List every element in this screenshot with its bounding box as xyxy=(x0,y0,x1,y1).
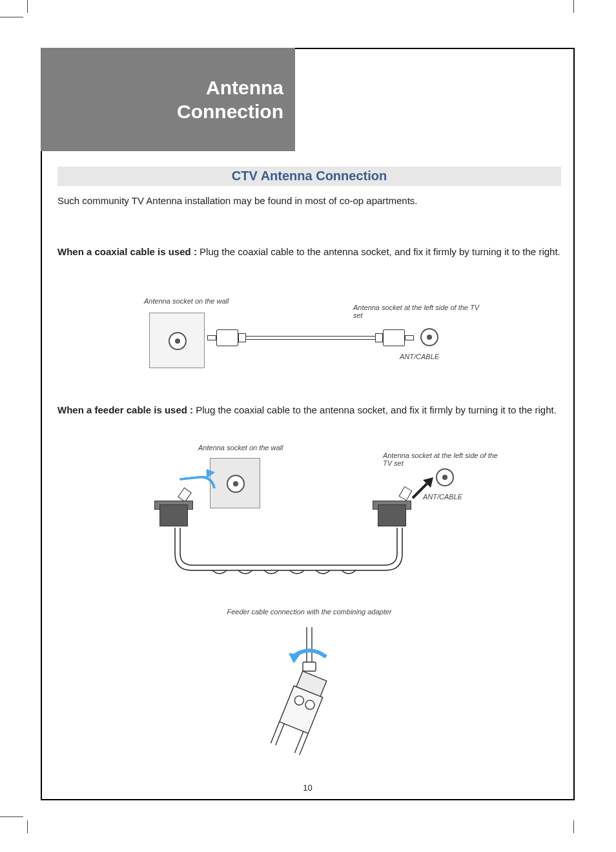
crop-mark xyxy=(573,820,574,833)
page-heading: CTV Antenna Connection xyxy=(57,167,561,186)
port-label: ANT/CABLE xyxy=(400,353,439,360)
wall-plate-icon xyxy=(210,458,260,508)
step-2-label: When a feeder cable is used : xyxy=(57,404,193,415)
feeder-cable-icon xyxy=(162,528,415,578)
svg-line-12 xyxy=(300,733,308,754)
diagram-combining-adapter xyxy=(271,627,348,756)
section-title-block: Antenna Connection xyxy=(41,48,295,151)
crop-mark xyxy=(573,0,574,13)
step-2: When a feeder cable is used : Plug the c… xyxy=(57,404,561,415)
svg-marker-13 xyxy=(289,653,300,663)
step-1: When a coaxial cable is used : Plug the … xyxy=(57,246,561,257)
tv-antenna-socket-icon xyxy=(420,328,438,346)
svg-line-11 xyxy=(294,731,303,753)
cable-tip-icon xyxy=(207,335,216,340)
diagram-feeder: Antenna socket on the wall Antenna socke… xyxy=(153,439,502,594)
cable-plug-icon xyxy=(216,329,238,346)
section-title-line2: Connection xyxy=(177,99,283,124)
tv-socket-label: Antenna socket at the left side of the T… xyxy=(383,452,502,467)
svg-rect-4 xyxy=(303,662,316,671)
wall-socket-label: Antenna socket on the wall xyxy=(198,444,283,452)
diagram3-caption: Feeder cable connection with the combini… xyxy=(57,608,561,616)
cable-tip-icon xyxy=(405,335,414,340)
svg-line-9 xyxy=(271,722,279,743)
crop-mark xyxy=(27,820,28,833)
crop-mark xyxy=(27,0,28,13)
intro-text: Such community TV Antenna installation m… xyxy=(57,194,561,207)
diagram-coaxial: Antenna socket on the wall Antenna socke… xyxy=(149,293,485,377)
content-area: CTV Antenna Connection Such community TV… xyxy=(57,167,561,756)
step-2-text: Plug the coaxial cable to the antenna so… xyxy=(193,404,557,415)
cable-plug-icon xyxy=(383,329,405,346)
tv-socket-label: Antenna socket at the left side of the T… xyxy=(353,304,485,319)
crop-mark xyxy=(0,816,23,817)
svg-line-10 xyxy=(276,723,284,745)
port-label: ANT/CABLE xyxy=(423,493,462,501)
crop-mark xyxy=(0,17,23,17)
wall-socket-label: Antenna socket on the wall xyxy=(144,297,229,305)
ferrule-icon xyxy=(375,333,383,342)
ferrule-icon xyxy=(238,333,246,342)
coaxial-cable-icon xyxy=(246,336,375,340)
step-1-text: Plug the coaxial cable to the antenna so… xyxy=(197,246,560,257)
step-1-label: When a coaxial cable is used : xyxy=(57,246,197,257)
page-number: 10 xyxy=(42,783,573,793)
wall-plate-icon xyxy=(149,313,205,368)
section-title-line1: Antenna xyxy=(177,76,283,100)
page-frame: Antenna Connection CTV Antenna Connectio… xyxy=(41,48,575,800)
tv-antenna-socket-icon xyxy=(436,468,454,486)
